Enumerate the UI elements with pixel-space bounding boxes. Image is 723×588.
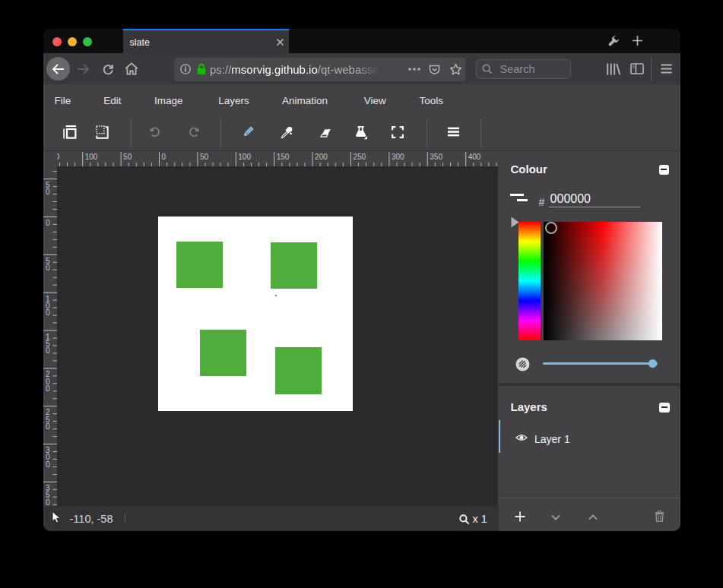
svg-text:0: 0 bbox=[46, 498, 50, 506]
svg-text:0: 0 bbox=[46, 308, 50, 317]
svg-text:50: 50 bbox=[200, 153, 209, 161]
svg-text:400: 400 bbox=[468, 153, 481, 161]
svg-text:0: 0 bbox=[46, 188, 50, 196]
svg-text:0: 0 bbox=[46, 346, 50, 355]
svg-text:0: 0 bbox=[46, 460, 50, 469]
svg-text:0: 0 bbox=[162, 153, 166, 161]
svg-text:0: 0 bbox=[46, 219, 50, 227]
svg-text:150: 150 bbox=[277, 153, 290, 161]
svg-text:300: 300 bbox=[392, 153, 404, 161]
svg-text:250: 250 bbox=[354, 153, 366, 161]
svg-text:0: 0 bbox=[46, 422, 50, 431]
svg-text:0: 0 bbox=[46, 384, 50, 393]
svg-text:100: 100 bbox=[238, 153, 251, 161]
svg-text:0: 0 bbox=[46, 264, 50, 272]
svg-text:200: 200 bbox=[315, 153, 328, 161]
svg-text:50: 50 bbox=[123, 153, 132, 161]
svg-text:350: 350 bbox=[430, 153, 442, 161]
svg-text:100: 100 bbox=[85, 153, 98, 161]
